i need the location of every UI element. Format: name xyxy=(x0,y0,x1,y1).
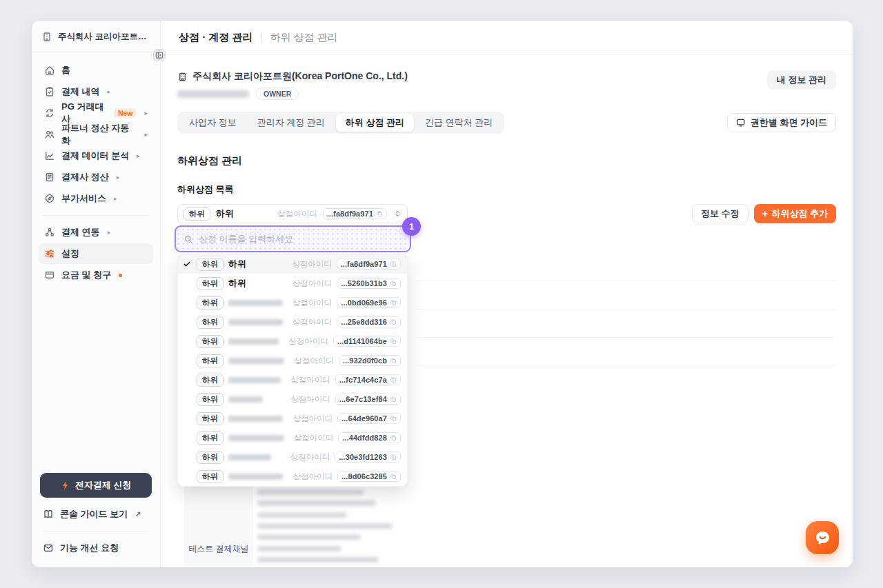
copy-icon[interactable] xyxy=(390,454,397,460)
sub-merchant-select[interactable]: 하위 하위 상점아이디 ...fa8df9a971 xyxy=(177,204,408,223)
copy-icon[interactable] xyxy=(390,357,397,364)
sub-merchant-dropdown: 1 하위 하위 상점아이디 ...fa8df9a971 xyxy=(175,225,411,487)
copy-icon[interactable] xyxy=(390,415,397,422)
sidebar-item-psp-settlement[interactable]: 결제사 정산 ▸ xyxy=(39,167,153,187)
background-table-row-line xyxy=(417,337,836,338)
add-sub-merchant-button[interactable]: + 하위상점 추가 xyxy=(754,204,836,223)
tab-emergency-contacts[interactable]: 긴급 연락처 관리 xyxy=(415,114,502,132)
copy-icon[interactable] xyxy=(390,318,397,325)
tab-business-info[interactable]: 사업자 정보 xyxy=(179,114,246,132)
sidebar-item-partner-settlement[interactable]: 파트너 정산 자동화 ▸ xyxy=(39,124,153,145)
swap-icon xyxy=(44,108,55,119)
sidebar-item-settings[interactable]: 설정 xyxy=(39,243,153,264)
merchant-list-item[interactable]: 하위 하위 상점아이디 ...fa8df9a971 xyxy=(178,254,407,274)
copy-icon[interactable] xyxy=(390,376,397,383)
sidebar-item-home[interactable]: 홈 xyxy=(39,60,153,81)
my-info-button[interactable]: 내 정보 관리 xyxy=(767,70,836,90)
redacted-merchant-name xyxy=(228,300,283,306)
sidebar-item-label: 결제 내역 xyxy=(61,85,100,98)
merchant-list-item[interactable]: 하위 하위 상점아이디 ...5260b31b3 xyxy=(178,274,407,293)
lightning-icon xyxy=(61,480,70,490)
copy-icon[interactable] xyxy=(390,261,397,267)
app-window: 주식회사 코리아포트원(Kore... 홈 결제 내역 ▸ PG 거래대사 Ne… xyxy=(32,21,853,567)
sidebar-item-billing[interactable]: 요금 및 청구 xyxy=(39,265,153,285)
copy-icon[interactable] xyxy=(390,299,397,306)
main-area: 상점 · 계정 관리 하위 상점 관리 테스트 결제채널 주식회사 코리 xyxy=(161,21,853,567)
epay-apply-button[interactable]: 전자결제 신청 xyxy=(40,473,152,498)
merchant-list-item[interactable]: 하위 상점아이디 ...44dfdd828 xyxy=(178,428,407,447)
tabs-bar: 사업자 정보 관리자 계정 관리 하위 상점 관리 긴급 연락처 관리 xyxy=(177,112,504,134)
owner-badge: OWNER xyxy=(256,88,299,100)
sidebar: 주식회사 코리아포트원(Kore... 홈 결제 내역 ▸ PG 거래대사 Ne… xyxy=(32,21,161,567)
sidebar-item-pg-reconciliation[interactable]: PG 거래대사 New ▸ xyxy=(39,103,153,123)
permission-guide-button[interactable]: 권한별 화면 가이드 xyxy=(727,113,836,132)
sidebar-divider xyxy=(32,52,160,52)
tab-sub-merchants[interactable]: 하위 상점 관리 xyxy=(336,114,414,132)
sidebar-nav: 홈 결제 내역 ▸ PG 거래대사 New ▸ 파트너 정산 자동화 ▸ 결제 … xyxy=(32,59,160,286)
chart-icon xyxy=(44,150,55,161)
merchant-id-pill: ...fa8df9a971 xyxy=(323,208,387,219)
merchant-search-input[interactable] xyxy=(199,234,402,244)
redacted-merchant-name xyxy=(228,358,284,364)
home-icon xyxy=(44,65,55,76)
breadcrumb-root: 상점 · 계정 관리 xyxy=(179,31,253,44)
merchant-list-item[interactable]: 하위 상점아이디 ...d1141064be xyxy=(178,332,407,351)
sidebar-item-integration[interactable]: 결제 연동 ▸ xyxy=(39,222,153,243)
chevron-right-icon: ▸ xyxy=(137,152,140,159)
sidebar-item-label: 설정 xyxy=(61,247,79,260)
merchant-list-item[interactable]: 하위 상점아이디 ...25e8dd316 xyxy=(178,312,407,332)
receipt-icon xyxy=(44,86,55,97)
company-info: 주식회사 코리아포트원(Korea PortOne Co., Ltd.) OWN… xyxy=(177,70,408,100)
breadcrumb: 상점 · 계정 관리 하위 상점 관리 xyxy=(161,21,853,55)
merchant-id-label: 상점아이디 xyxy=(277,209,317,219)
copy-icon[interactable] xyxy=(376,210,383,217)
document-lines-icon xyxy=(44,172,55,183)
copy-icon[interactable] xyxy=(390,338,397,345)
tab-admin-accounts[interactable]: 관리자 계정 관리 xyxy=(248,114,335,132)
merchant-list-item[interactable]: 하위 상점아이디 ...8d06c3285 xyxy=(178,467,407,486)
copy-icon[interactable] xyxy=(390,434,397,441)
building-icon xyxy=(177,72,188,82)
copy-icon[interactable] xyxy=(390,473,397,480)
redacted-account-email xyxy=(177,90,249,98)
merchant-list-item[interactable]: 하위 상점아이디 ...fc714c4c7a xyxy=(178,370,407,389)
search-icon xyxy=(183,234,193,244)
copy-icon[interactable] xyxy=(390,396,397,403)
redacted-merchant-name xyxy=(228,416,283,422)
chat-launcher-button[interactable] xyxy=(806,521,839,554)
chevron-right-icon: ▸ xyxy=(108,88,111,95)
org-switcher[interactable]: 주식회사 코리아포트원(Kore... xyxy=(32,21,160,52)
merchant-list-item[interactable]: 하위 상점아이디 ...6e7c13ef84 xyxy=(178,389,407,409)
mail-icon xyxy=(43,543,54,554)
people-icon xyxy=(44,129,55,140)
page-content: 테스트 결제채널 주식회사 코리아포트원(Korea PortOne Co., … xyxy=(161,55,853,567)
sidebar-item-label: 결제사 정산 xyxy=(61,171,109,183)
sidebar-section-divider xyxy=(43,215,149,216)
feature-request-link[interactable]: 기능 개선 요청 xyxy=(32,536,160,560)
redacted-merchant-name xyxy=(228,435,284,441)
chevron-right-icon: ▸ xyxy=(144,131,148,138)
sidebar-collapse-button[interactable] xyxy=(153,49,166,61)
sidebar-item-data-analytics[interactable]: 결제 데이터 분석 ▸ xyxy=(39,145,153,166)
external-link-icon: ↗ xyxy=(135,510,141,519)
sidebar-footer-divider xyxy=(43,531,149,531)
copy-icon[interactable] xyxy=(390,280,397,287)
annotation-step-badge: 1 xyxy=(402,217,421,236)
list-label: 하위상점 목록 xyxy=(177,183,836,196)
merchant-list-item[interactable]: 하위 상점아이디 ...30e3fd1263 xyxy=(178,447,407,467)
company-name: 주식회사 코리아포트원(Korea PortOne Co., Ltd.) xyxy=(192,70,408,83)
edit-info-button[interactable]: 정보 수정 xyxy=(692,204,748,223)
sliders-icon xyxy=(44,248,55,259)
merchant-list-item[interactable]: 하위 상점아이디 ...932d0f0cb xyxy=(178,351,407,370)
sidebar-item-payments[interactable]: 결제 내역 ▸ xyxy=(39,81,153,102)
sidebar-item-label: 부가서비스 xyxy=(61,192,106,205)
merchant-list-item[interactable]: 하위 상점아이디 ...64de960a7 xyxy=(178,409,407,428)
sidebar-item-label: 파트너 정산 자동화 xyxy=(61,122,137,147)
redacted-merchant-name xyxy=(228,377,281,383)
sidebar-item-addon-services[interactable]: 부가서비스 ▸ xyxy=(39,188,153,209)
sidebar-item-label: 홈 xyxy=(61,64,70,77)
merchant-list: 하위 하위 상점아이디 ...fa8df9a971 하위 하위 xyxy=(177,254,408,487)
console-guide-link[interactable]: 콘솔 가이드 보기 ↗ xyxy=(32,502,160,527)
action-buttons: 정보 수정 + 하위상점 추가 xyxy=(692,204,836,223)
merchant-list-item[interactable]: 하위 상점아이디 ...0bd069e96 xyxy=(178,293,407,312)
